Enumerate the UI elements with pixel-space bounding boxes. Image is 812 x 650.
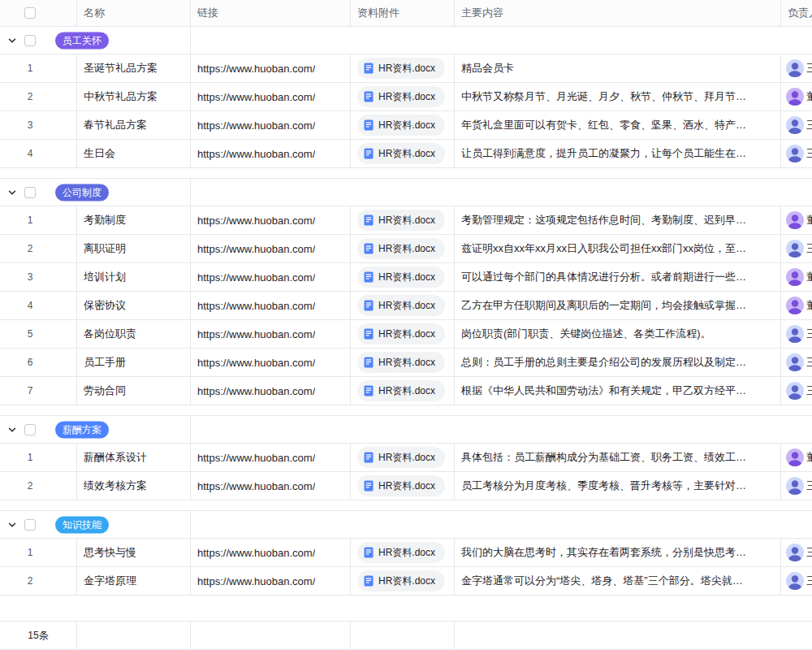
cell-name[interactable]: 员工手册 <box>77 349 191 376</box>
cell-owner[interactable]: 三 <box>781 111 812 139</box>
cell-attachment[interactable]: HR资料.docx <box>351 320 455 348</box>
cell-attachment[interactable]: HR资料.docx <box>351 292 455 319</box>
cell-link[interactable]: https://www.huoban.com/ <box>191 444 351 471</box>
cell-owner[interactable]: 三 <box>781 539 812 566</box>
cell-name[interactable]: 培训计划 <box>77 263 191 291</box>
cell-owner[interactable]: 三 <box>781 320 812 348</box>
cell-content[interactable]: 具体包括：员工薪酬构成分为基础工资、职务工资、绩效工… <box>455 444 781 471</box>
cell-link[interactable]: https://www.huoban.com/ <box>191 263 351 291</box>
attachment-chip[interactable]: HR资料.docx <box>357 238 445 259</box>
attachment-chip[interactable]: HR资料.docx <box>357 266 445 288</box>
cell-owner[interactable]: 三 <box>781 140 812 167</box>
cell-owner[interactable]: 三 <box>781 54 812 82</box>
cell-link[interactable]: https://www.huoban.com/ <box>191 567 351 595</box>
group-checkbox[interactable] <box>24 519 36 531</box>
cell-link[interactable]: https://www.huoban.com/ <box>191 539 351 566</box>
cell-attachment[interactable]: HR资料.docx <box>351 206 455 234</box>
cell-attachment[interactable]: HR资料.docx <box>351 472 455 500</box>
cell-name[interactable]: 薪酬体系设计 <box>77 444 191 471</box>
attachment-chip[interactable]: HR资料.docx <box>357 323 445 344</box>
group-checkbox[interactable] <box>24 424 36 436</box>
cell-owner[interactable]: 三 <box>781 349 812 376</box>
cell-owner[interactable]: 董 <box>781 83 812 110</box>
cell-link[interactable]: https://www.huoban.com/ <box>191 472 351 500</box>
cell-content[interactable]: 岗位职责(部门职责、关键岗位描述、各类工作流程)。 <box>455 320 781 348</box>
column-header-content[interactable]: 主要内容 <box>455 0 781 26</box>
cell-content[interactable]: 中秋节又称祭月节、月光诞、月夕、秋节、仲秋节、拜月节… <box>455 83 781 110</box>
cell-attachment[interactable]: HR资料.docx <box>351 54 455 82</box>
cell-content[interactable]: 员工考核分为月度考核、季度考核、晋升考核等，主要针对… <box>455 472 781 500</box>
cell-content[interactable]: 精品会员卡 <box>455 54 781 82</box>
cell-attachment[interactable]: HR资料.docx <box>351 263 455 291</box>
chevron-down-icon[interactable] <box>7 36 17 46</box>
cell-content[interactable]: 让员工得到满意度，提升员工的凝聚力，让每个员工能生在… <box>455 140 781 167</box>
cell-attachment[interactable]: HR资料.docx <box>351 539 455 566</box>
cell-owner[interactable]: 董 <box>781 263 812 291</box>
attachment-chip[interactable]: HR资料.docx <box>357 352 445 373</box>
cell-name[interactable]: 圣诞节礼品方案 <box>77 54 191 82</box>
cell-name[interactable]: 春节礼品方案 <box>77 111 191 139</box>
cell-owner[interactable]: 董 <box>781 444 812 471</box>
cell-owner[interactable]: 董 <box>781 206 812 234</box>
cell-content[interactable]: 根据《中华人民共和国劳动法》和有关规定，甲乙双方经平… <box>455 377 781 405</box>
attachment-chip[interactable]: HR资料.docx <box>357 447 445 468</box>
column-header-link[interactable]: 链接 <box>191 0 351 26</box>
cell-content[interactable]: 年货礼盒里面可以有贺卡、红包、零食、坚果、酒水、特产… <box>455 111 781 139</box>
chevron-down-icon[interactable] <box>7 425 17 435</box>
cell-name[interactable]: 金字塔原理 <box>77 567 191 595</box>
cell-attachment[interactable]: HR资料.docx <box>351 140 455 167</box>
cell-owner[interactable]: 三 <box>781 377 812 405</box>
column-header-owner[interactable]: 负责人 <box>781 0 812 26</box>
cell-name[interactable]: 各岗位职责 <box>77 320 191 348</box>
cell-link[interactable]: https://www.huoban.com/ <box>191 111 351 139</box>
cell-link[interactable]: https://www.huoban.com/ <box>191 83 351 110</box>
cell-attachment[interactable]: HR资料.docx <box>351 111 455 139</box>
select-all-checkbox[interactable] <box>24 7 36 19</box>
cell-link[interactable]: https://www.huoban.com/ <box>191 140 351 167</box>
column-header-name[interactable]: 名称 <box>77 0 191 26</box>
cell-content[interactable]: 乙方在甲方任职期间及离职后的一定期间，均会接触或掌握… <box>455 292 781 319</box>
cell-content[interactable]: 我们的大脑在思考时，其实存在着两套系统，分别是快思考… <box>455 539 781 566</box>
attachment-chip[interactable]: HR资料.docx <box>357 380 445 401</box>
cell-attachment[interactable]: HR资料.docx <box>351 377 455 405</box>
attachment-chip[interactable]: HR资料.docx <box>357 475 445 496</box>
cell-content[interactable]: 可以通过每个部门的具体情况进行分析。或者前期进行一些… <box>455 263 781 291</box>
cell-link[interactable]: https://www.huoban.com/ <box>191 206 351 234</box>
cell-link[interactable]: https://www.huoban.com/ <box>191 54 351 82</box>
cell-content[interactable]: 总则：员工手册的总则主要是介绍公司的发展历程以及制定… <box>455 349 781 376</box>
cell-owner[interactable]: 三 <box>781 567 812 595</box>
chevron-down-icon[interactable] <box>7 520 17 530</box>
cell-name[interactable]: 生日会 <box>77 140 191 167</box>
attachment-chip[interactable]: HR资料.docx <box>357 542 445 563</box>
attachment-chip[interactable]: HR资料.docx <box>357 143 445 164</box>
cell-link[interactable]: https://www.huoban.com/ <box>191 377 351 405</box>
cell-name[interactable]: 劳动合同 <box>77 377 191 405</box>
attachment-chip[interactable]: HR资料.docx <box>357 115 445 136</box>
cell-attachment[interactable]: HR资料.docx <box>351 83 455 110</box>
cell-name[interactable]: 考勤制度 <box>77 206 191 234</box>
chevron-down-icon[interactable] <box>7 188 17 197</box>
cell-content[interactable]: 考勤管理规定：这项规定包括作息时间、考勤制度、迟到早… <box>455 206 781 234</box>
cell-attachment[interactable]: HR资料.docx <box>351 349 455 376</box>
cell-owner[interactable]: 董 <box>781 292 812 319</box>
cell-link[interactable]: https://www.huoban.com/ <box>191 320 351 348</box>
cell-attachment[interactable]: HR资料.docx <box>351 235 455 262</box>
group-checkbox[interactable] <box>24 187 36 198</box>
cell-name[interactable]: 保密协议 <box>77 292 191 319</box>
cell-link[interactable]: https://www.huoban.com/ <box>191 349 351 376</box>
column-header-attachment[interactable]: 资料附件 <box>351 0 455 26</box>
cell-content[interactable]: 金字塔通常可以分为“塔尖、塔身、塔基”三个部分。塔尖就… <box>455 567 781 595</box>
cell-attachment[interactable]: HR资料.docx <box>351 567 455 595</box>
cell-owner[interactable]: 三 <box>781 472 812 500</box>
cell-content[interactable]: 兹证明xx自xx年xx月xx日入职我公司担任xx部门xx岗位，至… <box>455 235 781 262</box>
cell-owner[interactable]: 三 <box>781 235 812 262</box>
cell-attachment[interactable]: HR资料.docx <box>351 444 455 471</box>
cell-name[interactable]: 中秋节礼品方案 <box>77 83 191 110</box>
group-checkbox[interactable] <box>24 35 36 46</box>
attachment-chip[interactable]: HR资料.docx <box>357 570 445 592</box>
cell-name[interactable]: 绩效考核方案 <box>77 472 191 500</box>
cell-link[interactable]: https://www.huoban.com/ <box>191 292 351 319</box>
cell-name[interactable]: 思考快与慢 <box>77 539 191 566</box>
cell-link[interactable]: https://www.huoban.com/ <box>191 235 351 262</box>
cell-name[interactable]: 离职证明 <box>77 235 191 262</box>
